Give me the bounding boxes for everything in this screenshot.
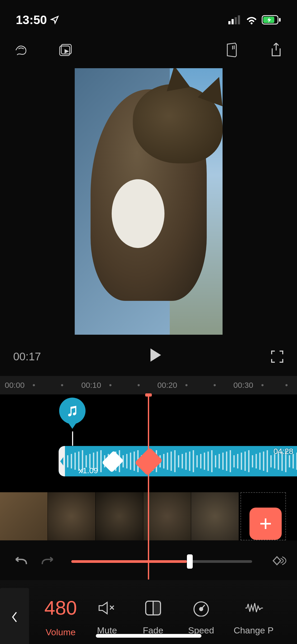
volume-label: Volume bbox=[46, 627, 76, 637]
video-thumbnail[interactable] bbox=[48, 492, 96, 540]
audio-duration-label: 04:28 bbox=[274, 447, 293, 456]
svg-rect-0 bbox=[228, 21, 230, 24]
volume-value: 480 bbox=[44, 597, 77, 619]
speedometer-icon bbox=[192, 600, 210, 617]
timeline-tracks: x1.09 04:28 bbox=[0, 394, 297, 540]
home-indicator[interactable] bbox=[96, 634, 201, 638]
mute-icon bbox=[98, 600, 116, 617]
app-logo-icon[interactable] bbox=[13, 42, 29, 58]
chevron-left-icon bbox=[59, 456, 65, 467]
video-thumbnail[interactable] bbox=[96, 492, 143, 540]
plus-icon bbox=[258, 516, 274, 532]
video-thumbnail[interactable] bbox=[0, 492, 48, 540]
volume-slider-fill bbox=[71, 560, 187, 563]
status-time: 13:50 bbox=[16, 13, 59, 27]
wifi-icon bbox=[245, 15, 258, 24]
svg-rect-2 bbox=[235, 17, 237, 24]
volume-slider-track[interactable] bbox=[71, 560, 252, 563]
ruler-mark: 00:20 bbox=[157, 381, 177, 390]
back-button[interactable] bbox=[0, 588, 29, 644]
clock-time: 13:50 bbox=[16, 13, 47, 27]
ruler-mark: 00:10 bbox=[81, 381, 101, 390]
change-label: Change P bbox=[234, 625, 274, 636]
soundwave-icon bbox=[244, 600, 263, 617]
playhead[interactable] bbox=[148, 394, 149, 579]
music-marker-stem bbox=[72, 431, 73, 446]
cellular-icon bbox=[228, 15, 242, 24]
playback-controls: 00:17 bbox=[0, 340, 297, 376]
location-arrow-icon bbox=[50, 15, 59, 24]
audio-clip-trim-handle-left[interactable] bbox=[59, 446, 65, 476]
battery-icon bbox=[262, 15, 281, 25]
timeline-ruler[interactable]: 00:00• • 00:10• • 00:20• • 00:30• • bbox=[0, 376, 297, 394]
volume-tool[interactable]: 480 Volume bbox=[37, 580, 84, 644]
redo-button[interactable] bbox=[40, 556, 55, 567]
top-toolbar bbox=[0, 34, 297, 68]
music-marker-pin[interactable] bbox=[59, 398, 86, 429]
svg-rect-17 bbox=[153, 601, 161, 615]
svg-rect-5 bbox=[279, 18, 281, 22]
undo-button[interactable] bbox=[13, 556, 29, 567]
video-thumbnail[interactable] bbox=[143, 492, 191, 540]
add-clip-button[interactable] bbox=[249, 508, 282, 540]
fullscreen-button[interactable] bbox=[271, 350, 284, 363]
chevron-left-icon bbox=[11, 611, 18, 623]
share-icon[interactable] bbox=[268, 42, 284, 58]
keyframe-toggle-icon[interactable] bbox=[268, 554, 284, 569]
svg-rect-3 bbox=[238, 15, 240, 24]
svg-rect-1 bbox=[232, 19, 234, 24]
audio-waveform-ticks bbox=[65, 446, 297, 476]
status-bar: 13:50 bbox=[0, 0, 297, 34]
volume-slider-thumb[interactable] bbox=[187, 554, 193, 569]
fade-icon bbox=[144, 600, 162, 617]
ruler-mark: 00:30 bbox=[233, 381, 253, 390]
play-button[interactable] bbox=[149, 348, 162, 365]
library-icon[interactable] bbox=[58, 42, 73, 58]
music-note-icon bbox=[66, 404, 79, 417]
status-right bbox=[228, 15, 281, 25]
ruler-mark: 00:00 bbox=[5, 381, 25, 390]
video-preview-area bbox=[0, 68, 297, 340]
change-pitch-tool[interactable]: Change P bbox=[226, 580, 274, 644]
book-icon[interactable] bbox=[224, 42, 239, 58]
video-thumbnail[interactable] bbox=[191, 492, 239, 540]
current-time-label: 00:17 bbox=[13, 350, 41, 363]
audio-speed-label: x1.09 bbox=[79, 466, 98, 475]
add-clip-container bbox=[241, 492, 286, 540]
video-preview-frame[interactable] bbox=[75, 68, 223, 335]
